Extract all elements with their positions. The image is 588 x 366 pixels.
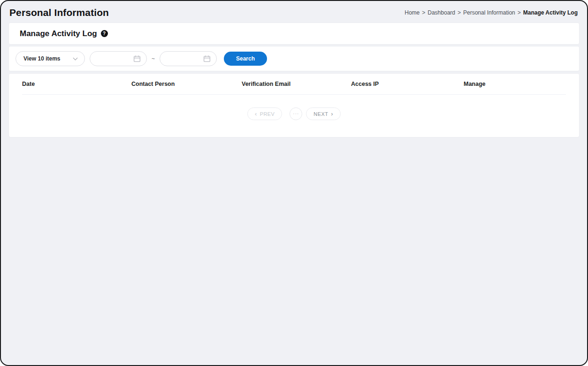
table-body bbox=[22, 94, 566, 95]
calendar-icon[interactable] bbox=[133, 55, 141, 62]
breadcrumb-separator: > bbox=[422, 9, 425, 16]
chevron-right-icon: › bbox=[331, 111, 333, 117]
page-size-select[interactable]: View 10 items bbox=[15, 51, 85, 66]
col-header-contact-person: Contact Person bbox=[131, 81, 242, 87]
date-range-tilde: ~ bbox=[152, 55, 155, 62]
prev-page-label: PREV bbox=[260, 111, 275, 117]
date-from-field[interactable] bbox=[90, 51, 147, 66]
date-to-field[interactable] bbox=[160, 51, 217, 66]
page-content: Manage Activity Log ? View 10 items ~ bbox=[1, 23, 587, 137]
table-header-row: Date Contact Person Verification Email A… bbox=[22, 74, 566, 94]
col-header-access-ip: Access IP bbox=[351, 81, 464, 87]
col-header-verification-email: Verification Email bbox=[242, 81, 351, 87]
pagination: ‹ PREV ··· NEXT › bbox=[9, 107, 579, 120]
calendar-icon[interactable] bbox=[203, 55, 211, 62]
section-title-card: Manage Activity Log ? bbox=[8, 23, 580, 45]
breadcrumb-separator: > bbox=[518, 9, 521, 16]
breadcrumb-current: Manage Activity Log bbox=[523, 9, 578, 16]
activity-log-card: Date Contact Person Verification Email A… bbox=[8, 73, 580, 137]
chevron-down-icon bbox=[73, 55, 78, 60]
next-page-label: NEXT bbox=[313, 111, 328, 117]
filter-bar: View 10 items ~ bbox=[8, 46, 580, 71]
page-title: Personal Information bbox=[9, 7, 109, 18]
pagination-ellipsis-button[interactable]: ··· bbox=[290, 107, 302, 120]
chevron-left-icon: ‹ bbox=[255, 111, 257, 117]
page-size-select-value: View 10 items bbox=[23, 55, 61, 62]
col-header-manage: Manage bbox=[464, 81, 566, 87]
col-header-date: Date bbox=[22, 81, 131, 87]
prev-page-button[interactable]: ‹ PREV bbox=[247, 107, 282, 120]
breadcrumb: Home > Dashboard > Personal Information … bbox=[405, 9, 578, 16]
help-icon[interactable]: ? bbox=[101, 30, 108, 37]
breadcrumb-separator: > bbox=[458, 9, 461, 16]
date-to-input[interactable] bbox=[168, 55, 200, 62]
breadcrumb-home[interactable]: Home bbox=[405, 9, 420, 16]
next-page-button[interactable]: NEXT › bbox=[306, 107, 341, 120]
date-from-input[interactable] bbox=[98, 55, 130, 62]
page-header: Personal Information Home > Dashboard > … bbox=[1, 1, 587, 23]
breadcrumb-dashboard[interactable]: Dashboard bbox=[428, 9, 455, 16]
breadcrumb-personal-information[interactable]: Personal Information bbox=[463, 9, 515, 16]
app-window: Personal Information Home > Dashboard > … bbox=[0, 0, 588, 366]
search-button[interactable]: Search bbox=[224, 52, 267, 66]
section-title: Manage Activity Log bbox=[20, 29, 97, 38]
